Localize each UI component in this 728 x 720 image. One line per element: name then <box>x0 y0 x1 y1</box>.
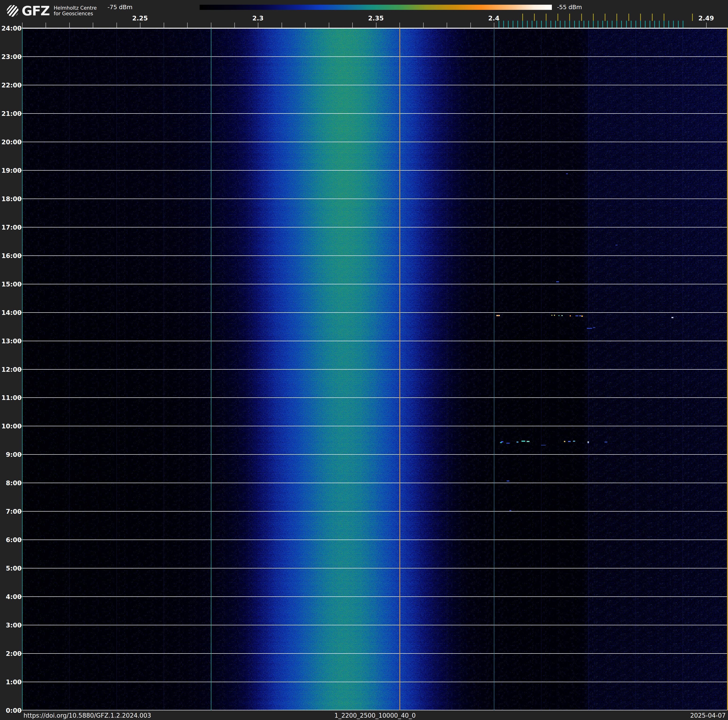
hour-gridline <box>22 170 728 171</box>
wifi-channel-tick <box>546 14 546 21</box>
wifi-channel-tick <box>652 14 653 21</box>
wifi-channel-tick <box>522 14 523 21</box>
hour-gridline <box>22 483 728 483</box>
hour-gridline <box>22 227 728 227</box>
gfz-globe-icon <box>6 5 19 17</box>
ble-channel-tick <box>551 21 551 28</box>
spectrogram-page: GFZ Helmholtz Centre for Geosciences -75… <box>0 0 728 720</box>
freq-minor-tick <box>46 23 46 28</box>
colorbar-min-label: -75 dBm <box>107 4 132 10</box>
time-tick <box>18 312 22 313</box>
time-tick <box>18 256 22 256</box>
gridline-2.40 <box>494 28 494 710</box>
ble-channel-tick <box>555 21 556 28</box>
ble-channel-tick <box>645 21 645 28</box>
hour-gridline <box>22 369 728 370</box>
time-tick <box>18 483 22 483</box>
ble-channel-tick <box>579 21 580 28</box>
freq-minor-tick <box>281 23 282 28</box>
freq-minor-tick <box>494 23 494 28</box>
freq-minor-tick <box>211 23 211 28</box>
time-tick <box>18 199 22 199</box>
time-tick <box>18 227 22 227</box>
hour-gridline <box>22 596 728 597</box>
hour-gridline <box>22 142 728 142</box>
ble-channel-tick <box>564 21 565 28</box>
hour-gridline <box>22 284 728 284</box>
time-tick <box>18 682 22 682</box>
freq-minor-tick <box>69 23 70 28</box>
ble-channel-tick <box>588 21 589 28</box>
freq-gridline <box>635 28 636 710</box>
freq-minor-tick <box>376 23 376 28</box>
hour-gridline <box>22 57 728 57</box>
freq-minor-tick <box>187 23 188 28</box>
wifi-channel-tick <box>629 14 629 21</box>
hour-gridline <box>22 341 728 341</box>
ble-channel-tick <box>621 21 622 28</box>
ble-channel-tick <box>607 21 608 28</box>
ble-channel-tick <box>574 21 575 28</box>
hour-gridline <box>22 28 728 29</box>
hour-gridline <box>22 568 728 568</box>
ble-channel-tick <box>654 21 655 28</box>
ble-channel-tick <box>664 21 664 28</box>
freq-minor-tick <box>22 23 23 28</box>
freq-minor-tick <box>706 23 707 28</box>
ble-channel-tick <box>517 21 518 28</box>
tagline-line1: Helmholtz Centre <box>54 5 97 11</box>
ble-channel-tick <box>532 21 532 28</box>
ble-channel-tick <box>522 21 523 28</box>
ble-channel-tick <box>593 21 594 28</box>
wifi-channel-tick <box>692 14 693 21</box>
freq-minor-tick <box>305 23 306 28</box>
wifi-channel-tick <box>569 14 570 21</box>
freq-gridline <box>116 28 117 710</box>
hour-gridline <box>22 199 728 199</box>
marker-2.36 <box>399 28 400 710</box>
ble-channel-tick <box>536 21 537 28</box>
ble-channel-tick <box>673 21 674 28</box>
ble-channel-tick <box>683 21 684 28</box>
hour-gridline <box>22 312 728 313</box>
ble-channel-tick <box>503 21 504 28</box>
time-tick <box>18 454 22 455</box>
ble-channel-tick <box>631 21 632 28</box>
hour-gridline <box>22 85 728 85</box>
brand-text: GFZ <box>21 5 50 17</box>
freq-minor-tick <box>140 23 141 28</box>
time-tick <box>18 341 22 341</box>
time-tick <box>18 113 22 114</box>
hour-gridline <box>22 710 728 710</box>
time-tick <box>18 596 22 597</box>
time-tick <box>18 369 22 370</box>
right-border-gold <box>727 28 728 710</box>
freq-tick-label: 2.3 <box>252 15 264 22</box>
time-tick <box>18 28 22 28</box>
colorbar-gradient <box>200 5 552 10</box>
brand-tagline: Helmholtz Centre for Geosciences <box>54 5 97 17</box>
freq-minor-tick <box>470 23 471 28</box>
freq-tick-label: 2.49 <box>698 15 714 22</box>
ble-channel-tick <box>603 21 603 28</box>
time-tick <box>18 511 22 512</box>
ble-channel-tick <box>616 21 617 28</box>
ble-channel-tick <box>560 21 561 28</box>
freq-gridline <box>164 28 164 710</box>
ble-channel-tick <box>584 21 584 28</box>
left-border-teal <box>22 28 23 710</box>
freq-tick-label: 2.25 <box>132 15 148 22</box>
ble-channel-tick <box>569 21 570 28</box>
ble-channel-tick <box>635 21 636 28</box>
wifi-channel-tick <box>534 14 535 21</box>
hour-gridline <box>22 653 728 654</box>
ble-channel-tick <box>513 21 513 28</box>
freq-gridline <box>258 28 258 710</box>
time-tick <box>18 710 22 711</box>
gfz-logo: GFZ Helmholtz Centre for Geosciences <box>6 5 97 17</box>
ble-channel-tick <box>640 21 641 28</box>
freq-gridline <box>541 28 541 710</box>
freq-gridline <box>447 28 447 710</box>
hour-gridline <box>22 539 728 540</box>
wifi-channel-tick <box>605 14 606 21</box>
